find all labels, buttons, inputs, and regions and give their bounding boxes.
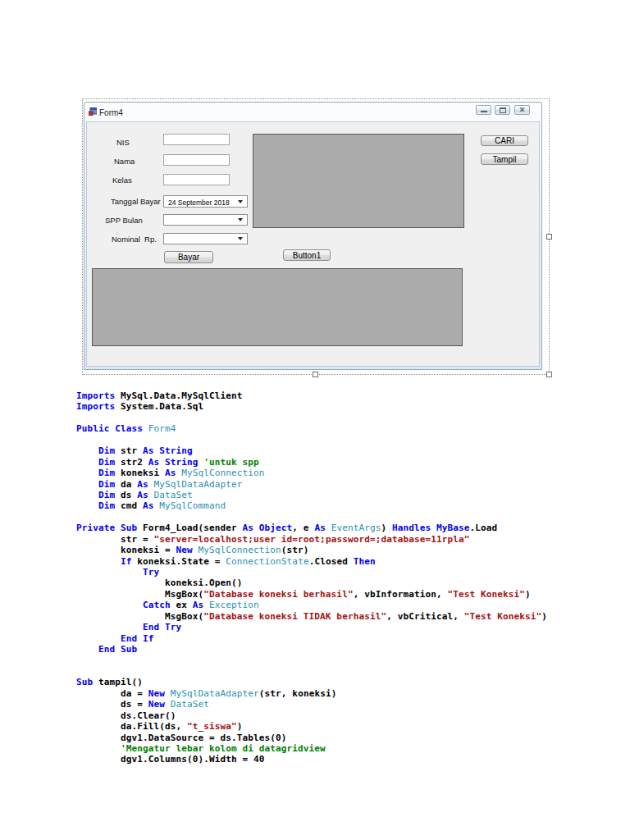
code-line: da.Fill(ds, "t_siswa") [76, 721, 547, 732]
code-line: MsgBox("Database koneksi TIDAK berhasil"… [76, 611, 547, 622]
resize-handle-corner[interactable] [546, 372, 552, 377]
code-line: Dim koneksi As MySqlConnection [76, 468, 547, 478]
code-line: dgv1.DataSource = ds.Tables(0) [76, 733, 547, 743]
nis-input[interactable] [163, 134, 230, 145]
cari-button[interactable]: CARI [481, 135, 528, 146]
kelas-input[interactable] [163, 174, 230, 185]
code-line: Sub tampil() [76, 677, 547, 687]
tanggal-bayar-combobox[interactable]: 24 September 2018 [163, 195, 248, 208]
code-line: Dim ds As DataSet [76, 490, 547, 500]
spp-bulan-combobox[interactable] [163, 214, 248, 226]
form-icon [89, 107, 97, 116]
code-line [76, 435, 547, 445]
code-line: End Try [76, 622, 547, 632]
window-title: Form4 [99, 108, 123, 117]
maximize-icon [500, 107, 506, 113]
label-nominal-rp: Nominal Rp. [112, 235, 157, 244]
code-line: End If [76, 633, 547, 644]
code-line: dgv1.Columns(0).Width = 40 [76, 754, 547, 765]
chevron-down-icon [238, 237, 243, 240]
code-line: If koneksi.State = ConnectionState.Close… [76, 556, 547, 567]
resize-handle-right[interactable] [546, 234, 552, 240]
code-line: Dim str As String [76, 445, 547, 456]
close-button[interactable]: ✕ [514, 105, 530, 115]
code-line: da = New MySqlDataAdapter(str, koneksi) [76, 688, 547, 699]
picture-box [253, 134, 464, 228]
nominal-rp-combobox[interactable] [163, 233, 248, 244]
code-line: Try [76, 567, 547, 578]
code-line: ds = New DataSet [76, 699, 547, 710]
code-line: 'Mengatur lebar kolom di datagridview [76, 743, 547, 754]
code-line [76, 512, 547, 523]
chevron-down-icon [238, 218, 243, 221]
label-tanggal-bayar: Tanggal Bayar [111, 197, 161, 206]
code-line: Imports System.Data.Sql [76, 401, 547, 412]
code-line [76, 413, 547, 423]
code-line: Imports MySql.Data.MySqlClient [76, 390, 547, 401]
code-line: str = "server=localhost;user id=root;pas… [76, 534, 547, 545]
code-line: MsgBox("Database koneksi berhasil", vbIn… [76, 589, 547, 600]
code-line: Private Sub Form4_Load(sender As Object,… [76, 523, 547, 533]
code-line [76, 666, 547, 677]
label-spp-bulan: SPP Bulan [105, 216, 143, 225]
datagrid-box [92, 268, 463, 346]
code-line: koneksi = New MySqlConnection(str) [76, 545, 547, 555]
label-kelas: Kelas [112, 176, 132, 185]
code-line [76, 655, 547, 666]
bayar-button[interactable]: Bayar [164, 251, 213, 263]
tampil-button[interactable]: Tampil [481, 153, 528, 165]
minimize-icon [481, 111, 487, 112]
code-line: Dim cmd As MySqlCommand [76, 500, 547, 511]
nama-input[interactable] [163, 154, 230, 166]
resize-handle-bottom[interactable] [313, 372, 318, 377]
code-line: ds.Clear() [76, 710, 547, 721]
button1-button[interactable]: Button1 [283, 249, 331, 261]
code-line: Catch ex As Exception [76, 600, 547, 610]
tanggal-bayar-value: 24 September 2018 [168, 199, 230, 207]
close-icon: ✕ [519, 107, 526, 114]
code-line: koneksi.Open() [76, 578, 547, 588]
code-line: Dim str2 As String 'untuk spp [76, 457, 547, 468]
chevron-down-icon [238, 200, 243, 203]
label-nama: Nama [114, 157, 135, 166]
code-line: End Sub [76, 644, 547, 655]
code-line: Dim da As MySqlDataAdapter [76, 479, 547, 490]
label-nis: NIS [116, 138, 130, 147]
code-line: Public Class Form4 [76, 423, 547, 434]
code-listing: Imports MySql.Data.MySqlClientImports Sy… [76, 390, 547, 765]
minimize-button[interactable] [476, 105, 491, 115]
maximize-button[interactable] [495, 105, 510, 115]
